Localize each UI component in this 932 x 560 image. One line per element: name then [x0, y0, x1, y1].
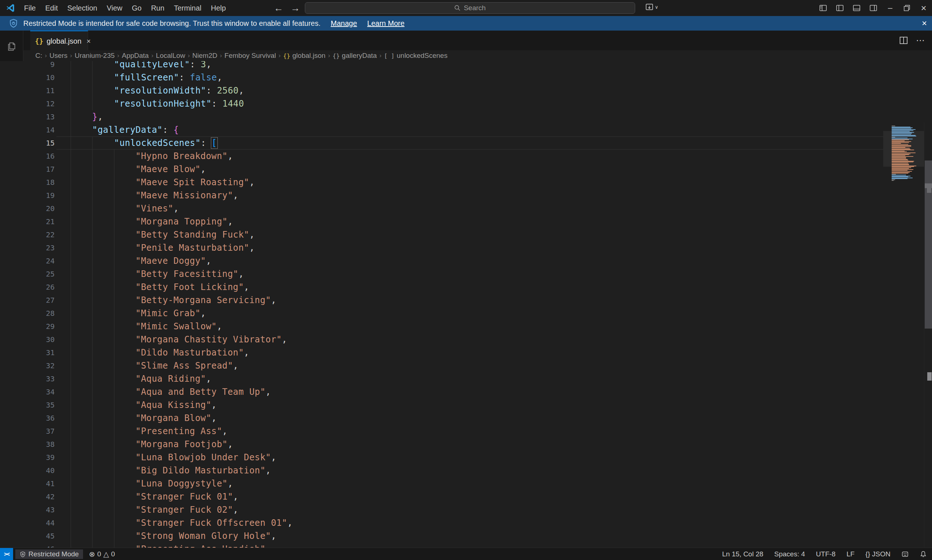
- code-line-10[interactable]: 10"fullScreen": false,: [0, 71, 932, 84]
- code-line-41[interactable]: 41"Luna Doggystyle",: [0, 477, 932, 490]
- banner-close-icon[interactable]: ×: [922, 18, 927, 28]
- code-line-25[interactable]: 25"Betty Facesitting",: [0, 268, 932, 280]
- code-line-46[interactable]: 46"Presenting Ass Handjob",: [0, 543, 932, 548]
- toggle-secondary-sidebar-icon[interactable]: [848, 0, 865, 16]
- restricted-mode-status[interactable]: Restricted Mode: [15, 549, 83, 559]
- nav-forward-icon[interactable]: →: [291, 0, 300, 16]
- language-mode-status[interactable]: {} JSON: [866, 550, 890, 558]
- code-line-24[interactable]: 24"Maeve Doggy",: [0, 254, 932, 268]
- code-line-17[interactable]: 17"Maeve Blow",: [0, 163, 932, 176]
- vertical-scrollbar[interactable]: [924, 122, 932, 548]
- toggle-panel-icon[interactable]: [832, 0, 848, 16]
- breadcrumb-item[interactable]: unlockedScenes: [397, 52, 447, 60]
- restore-button[interactable]: [898, 0, 915, 16]
- code-line-21[interactable]: 21"Morgana Topping",: [0, 215, 932, 228]
- code-line-37[interactable]: 37"Presenting Ass",: [0, 425, 932, 438]
- tab-close-icon[interactable]: ×: [87, 37, 91, 46]
- cursor-position-status[interactable]: Ln 15, Col 28: [722, 550, 763, 558]
- code-line-28[interactable]: 28"Mimic Grab",: [0, 307, 932, 320]
- code-line-39[interactable]: 39"Luna Blowjob Under Desk",: [0, 451, 932, 464]
- menu-terminal[interactable]: Terminal: [169, 0, 206, 16]
- code-line-35[interactable]: 35"Aqua Kissing",: [0, 398, 932, 412]
- code-line-23[interactable]: 23"Penile Masturbation",: [0, 241, 932, 254]
- breadcrumb-item[interactable]: Niem2D: [192, 52, 218, 60]
- minimize-button[interactable]: –: [882, 0, 898, 16]
- breadcrumb-item[interactable]: galleryData: [342, 52, 377, 60]
- code-line-36[interactable]: 36"Morgana Blow",: [0, 412, 932, 425]
- code-line-12[interactable]: 12"resolutionHeight": 1440: [0, 97, 932, 110]
- indent-guide: [114, 477, 114, 490]
- indent-guide: [71, 149, 71, 163]
- minimap[interactable]: [883, 122, 924, 548]
- remote-indicator[interactable]: ><: [0, 548, 13, 560]
- code-line-20[interactable]: 20"Vines",: [0, 202, 932, 215]
- breadcrumb-item[interactable]: LocalLow: [156, 52, 185, 60]
- close-window-button[interactable]: ×: [915, 0, 932, 16]
- code-line-45[interactable]: 45"Strong Woman Glory Hole",: [0, 529, 932, 543]
- code-line-32[interactable]: 32"Slime Ass Spread",: [0, 359, 932, 372]
- code-line-34[interactable]: 34"Aqua and Betty Team Up",: [0, 385, 932, 398]
- manage-link[interactable]: Manage: [331, 19, 357, 28]
- breadcrumb-item[interactable]: Users: [49, 52, 68, 60]
- notifications-bell-icon[interactable]: [920, 551, 927, 558]
- menu-help[interactable]: Help: [206, 0, 230, 16]
- breadcrumb-item[interactable]: global.json: [292, 52, 326, 60]
- learn-more-link[interactable]: Learn More: [367, 19, 404, 28]
- indent-guide: [114, 425, 114, 438]
- menu-go[interactable]: Go: [127, 0, 147, 16]
- menu-file[interactable]: File: [19, 0, 40, 16]
- code-line-38[interactable]: 38"Morgana Footjob",: [0, 438, 932, 451]
- more-actions-icon[interactable]: ⋯: [916, 35, 925, 46]
- code-line-13[interactable]: 13},: [0, 110, 932, 123]
- feedback-icon[interactable]: [901, 551, 909, 558]
- code-line-11[interactable]: 11"resolutionWidth": 2560,: [0, 84, 932, 97]
- indent-guide: [71, 123, 71, 137]
- code-line-15[interactable]: 15"unlockedScenes": [: [0, 137, 932, 149]
- menu-selection[interactable]: Selection: [63, 0, 102, 16]
- explorer-icon[interactable]: [0, 37, 23, 56]
- toggle-sidebar-icon[interactable]: [815, 0, 832, 16]
- customize-layout-icon[interactable]: [865, 0, 882, 16]
- indent-guide: [71, 516, 71, 529]
- code-line-44[interactable]: 44"Stranger Fuck Offscreen 01",: [0, 516, 932, 529]
- code-line-40[interactable]: 40"Big Dildo Masturbation",: [0, 464, 932, 477]
- code-line-29[interactable]: 29"Mimic Swallow",: [0, 320, 932, 333]
- split-editor-icon[interactable]: [899, 36, 908, 45]
- breadcrumb-item[interactable]: C:: [35, 52, 42, 60]
- menu-view[interactable]: View: [102, 0, 127, 16]
- code-line-30[interactable]: 30"Morgana Chastity Vibrator",: [0, 333, 932, 346]
- code-text: "Betty Standing Fuck",: [136, 228, 255, 241]
- eol-status[interactable]: LF: [846, 550, 855, 558]
- breadcrumb-item[interactable]: AppData: [122, 52, 148, 60]
- line-number: 32: [0, 359, 55, 372]
- tab-global-json[interactable]: {} global.json ×: [30, 31, 88, 51]
- breadcrumb-item[interactable]: Femboy Survival: [224, 52, 276, 60]
- code-line-9[interactable]: 9"qualityLevel": 3,: [0, 61, 932, 71]
- code-line-14[interactable]: 14"galleryData": {: [0, 123, 932, 137]
- layout-control-button[interactable]: ∨: [645, 3, 659, 11]
- indent-guide: [114, 372, 114, 385]
- breadcrumb[interactable]: C:›Users›Uranium-235›AppData›LocalLow›Ni…: [23, 50, 932, 61]
- indent-guide: [114, 333, 114, 346]
- nav-back-icon[interactable]: ←: [274, 0, 283, 16]
- code-line-31[interactable]: 31"Dildo Masturbation",: [0, 346, 932, 359]
- code-line-18[interactable]: 18"Maeve Spit Roasting",: [0, 176, 932, 189]
- code-line-42[interactable]: 42"Stranger Fuck 01",: [0, 490, 932, 503]
- encoding-status[interactable]: UTF-8: [816, 550, 835, 558]
- code-line-16[interactable]: 16"Hypno Breakdown",: [0, 149, 932, 163]
- code-line-22[interactable]: 22"Betty Standing Fuck",: [0, 228, 932, 241]
- problems-status[interactable]: ⊗ 0 △ 0: [89, 550, 115, 558]
- code-line-27[interactable]: 27"Betty-Morgana Servicing",: [0, 294, 932, 307]
- code-line-43[interactable]: 43"Stranger Fuck 02",: [0, 503, 932, 516]
- code-editor[interactable]: 9"qualityLevel": 3,10"fullScreen": false…: [0, 61, 932, 548]
- menu-run[interactable]: Run: [147, 0, 169, 16]
- breadcrumb-separator: ›: [117, 52, 119, 59]
- code-line-26[interactable]: 26"Betty Foot Licking",: [0, 280, 932, 294]
- line-number: 11: [0, 84, 55, 97]
- breadcrumb-item[interactable]: Uranium-235: [75, 52, 115, 60]
- code-line-19[interactable]: 19"Maeve Missionary",: [0, 189, 932, 202]
- menu-edit[interactable]: Edit: [40, 0, 62, 16]
- indentation-status[interactable]: Spaces: 4: [774, 550, 805, 558]
- code-line-33[interactable]: 33"Aqua Riding",: [0, 372, 932, 385]
- search-input[interactable]: Search: [305, 2, 635, 14]
